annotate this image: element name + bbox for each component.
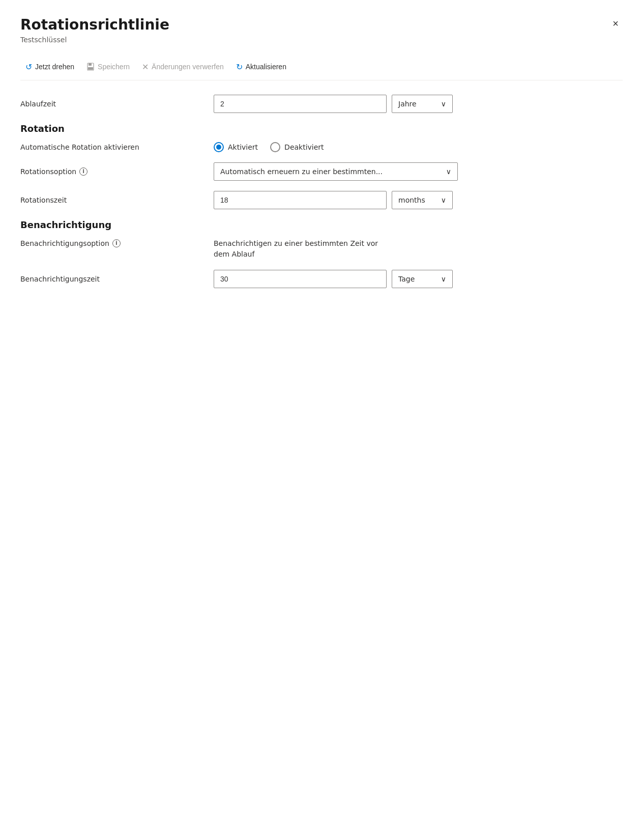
notification-time-label: Benachrichtigungszeit — [20, 275, 214, 283]
close-button[interactable]: × — [608, 16, 623, 31]
rotate-now-label: Jetzt drehen — [35, 63, 74, 71]
svg-rect-2 — [88, 67, 93, 70]
expiry-unit-select[interactable]: Jahre ∨ — [392, 95, 453, 113]
deactivated-label: Deaktiviert — [284, 143, 324, 151]
rotation-heading: Rotation — [20, 123, 623, 134]
save-button[interactable]: Speichern — [81, 60, 135, 74]
panel-subtitle: Testschlüssel — [20, 36, 623, 44]
expiry-controls: Jahre ∨ — [214, 95, 623, 113]
rotation-time-unit-select[interactable]: months ∨ — [392, 191, 453, 209]
activated-label: Aktiviert — [228, 143, 258, 151]
rotation-time-input[interactable] — [214, 191, 387, 209]
notification-heading: Benachrichtigung — [20, 219, 623, 230]
notification-time-unit-select[interactable]: Tage ∨ — [392, 270, 453, 288]
rotation-option-controls: Automatisch erneuern zu einer bestimmten… — [214, 162, 623, 181]
notification-time-chevron: ∨ — [441, 275, 446, 283]
rotation-option-row: Rotationsoption i Automatisch erneuern z… — [20, 162, 623, 181]
panel-title: Rotationsrichtlinie — [20, 16, 169, 34]
discard-label: Änderungen verwerfen — [152, 63, 224, 71]
toolbar: ↺ Jetzt drehen Speichern ✕ Änderungen ve… — [20, 54, 623, 80]
refresh-label: Aktualisieren — [246, 63, 286, 71]
rotation-time-chevron: ∨ — [441, 196, 446, 204]
rotation-time-controls: months ∨ — [214, 191, 623, 209]
activated-radio[interactable]: Aktiviert — [214, 142, 258, 152]
rotation-option-select[interactable]: Automatisch erneuern zu einer bestimmten… — [214, 162, 458, 181]
notification-option-row: Benachrichtigungsoption i Benachrichtige… — [20, 238, 623, 260]
rotation-policy-panel: Rotationsrichtlinie × Testschlüssel ↺ Je… — [0, 0, 643, 840]
rotation-time-unit-label: months — [398, 196, 425, 204]
save-label: Speichern — [98, 63, 130, 71]
expiry-label: Ablaufzeit — [20, 100, 214, 108]
activated-radio-circle — [214, 142, 224, 152]
auto-rotation-controls: Aktiviert Deaktiviert — [214, 142, 623, 152]
notification-time-unit-label: Tage — [398, 275, 415, 283]
rotation-option-chevron: ∨ — [446, 167, 451, 176]
notification-time-controls: Tage ∨ — [214, 270, 623, 288]
rotate-now-button[interactable]: ↺ Jetzt drehen — [20, 59, 79, 75]
discard-button[interactable]: ✕ Änderungen verwerfen — [137, 59, 229, 75]
expiry-unit-chevron: ∨ — [441, 100, 446, 108]
rotation-option-info-icon[interactable]: i — [79, 167, 87, 176]
notification-option-label: Benachrichtigungsoption i — [20, 238, 214, 247]
auto-rotation-label: Automatische Rotation aktivieren — [20, 143, 214, 151]
auto-rotation-radio-group: Aktiviert Deaktiviert — [214, 142, 324, 152]
svg-rect-1 — [89, 63, 92, 66]
rotation-time-row: Rotationszeit months ∨ — [20, 191, 623, 209]
auto-rotation-row: Automatische Rotation aktivieren Aktivie… — [20, 142, 623, 152]
expiry-row: Ablaufzeit Jahre ∨ — [20, 95, 623, 113]
discard-icon: ✕ — [142, 62, 149, 72]
notification-section: Benachrichtigung Benachrichtigungsoption… — [20, 219, 623, 288]
notification-option-info-icon[interactable]: i — [112, 239, 121, 247]
refresh-button[interactable]: ↻ Aktualisieren — [231, 59, 291, 75]
expiry-unit-label: Jahre — [398, 100, 417, 108]
deactivated-radio[interactable]: Deaktiviert — [270, 142, 324, 152]
deactivated-radio-circle — [270, 142, 280, 152]
title-block: Rotationsrichtlinie — [20, 16, 169, 34]
panel-header: Rotationsrichtlinie × — [20, 16, 623, 34]
rotation-option-value: Automatisch erneuern zu einer bestimmten… — [220, 167, 383, 176]
save-icon — [86, 63, 95, 71]
rotation-option-label: Rotationsoption i — [20, 167, 214, 176]
rotate-icon: ↺ — [25, 62, 32, 72]
expiry-input[interactable] — [214, 95, 387, 113]
rotation-time-label: Rotationszeit — [20, 196, 214, 204]
refresh-icon: ↻ — [236, 62, 243, 72]
notification-option-description: Benachrichtigen zu einer bestimmten Zeit… — [214, 238, 378, 260]
notification-time-input[interactable] — [214, 270, 387, 288]
rotation-section: Rotation Automatische Rotation aktiviere… — [20, 123, 623, 209]
notification-time-row: Benachrichtigungszeit Tage ∨ — [20, 270, 623, 288]
notification-option-text: Benachrichtigen zu einer bestimmten Zeit… — [214, 238, 623, 260]
